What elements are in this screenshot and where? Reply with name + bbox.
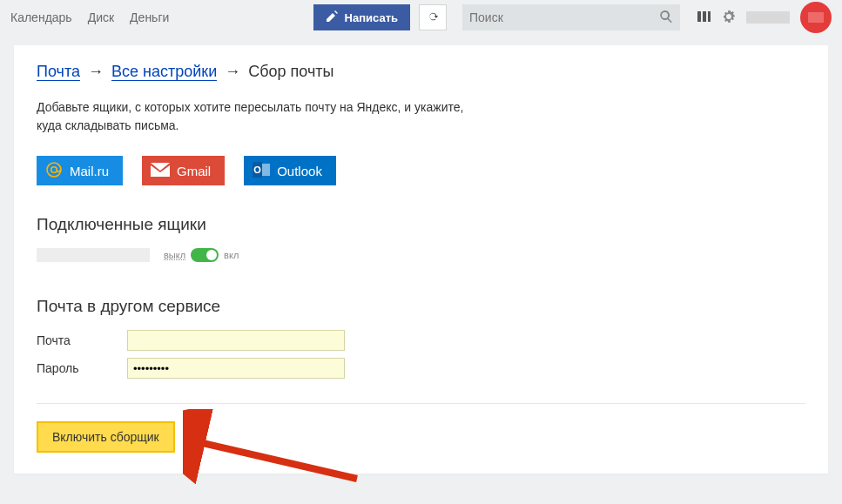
top-nav: Календарь Диск Деньги <box>10 10 169 24</box>
toggle-on-label: вкл <box>224 250 239 260</box>
compose-icon <box>326 10 338 25</box>
avatar[interactable] <box>800 2 832 33</box>
email-field[interactable] <box>127 330 345 351</box>
svg-rect-2 <box>151 163 170 177</box>
email-label: Почта <box>37 333 127 347</box>
provider-buttons: Mail.ru Gmail O Outlook <box>37 156 805 185</box>
refresh-icon <box>427 10 439 25</box>
form-row-password: Пароль <box>37 358 805 379</box>
right-icons <box>696 2 832 33</box>
other-service-title: Почта в другом сервисе <box>37 297 805 316</box>
gmail-icon <box>151 163 170 179</box>
gmail-label: Gmail <box>177 164 211 178</box>
themes-icon[interactable] <box>696 10 711 26</box>
toggle-switch[interactable] <box>191 248 219 262</box>
description-text: Добавьте ящики, с которых хотите пересыл… <box>37 98 805 135</box>
toggle-wrap: выкл вкл <box>164 248 239 262</box>
enable-collector-button[interactable]: Включить сборщик <box>37 421 175 453</box>
mailbox-address <box>37 248 150 262</box>
mailru-icon <box>45 161 63 181</box>
search-box <box>462 4 680 30</box>
gmail-button[interactable]: Gmail <box>142 156 225 185</box>
mailru-label: Mail.ru <box>70 164 109 178</box>
svg-point-1 <box>51 166 57 172</box>
search-input[interactable] <box>469 10 659 24</box>
gear-icon[interactable] <box>722 10 736 26</box>
password-field[interactable] <box>127 358 345 379</box>
svg-text:O: O <box>253 165 261 175</box>
nav-money[interactable]: Деньги <box>130 10 169 24</box>
breadcrumb-arrow: → <box>88 63 104 80</box>
refresh-button[interactable] <box>419 4 447 30</box>
avatar-icon <box>808 12 824 23</box>
breadcrumb-settings[interactable]: Все настройки <box>111 63 217 81</box>
connected-mailbox-row: выкл вкл <box>37 248 805 262</box>
breadcrumb-current: Сбор почты <box>248 63 333 80</box>
password-label: Пароль <box>37 361 127 375</box>
outlook-button[interactable]: O Outlook <box>244 156 336 185</box>
form-row-email: Почта <box>37 330 805 351</box>
compose-label: Написать <box>345 11 398 24</box>
toggle-off-label[interactable]: выкл <box>164 250 185 260</box>
username-placeholder <box>746 11 790 24</box>
compose-button[interactable]: Написать <box>313 4 410 30</box>
svg-point-0 <box>47 163 61 177</box>
connected-title: Подключенные ящики <box>37 215 805 234</box>
breadcrumb-mail[interactable]: Почта <box>37 63 80 81</box>
main-card: Почта → Все настройки → Сбор почты Добав… <box>14 45 828 474</box>
nav-calendar[interactable]: Календарь <box>10 10 72 24</box>
outlook-icon: O <box>253 162 270 180</box>
breadcrumb-arrow: → <box>225 63 240 80</box>
search-icon[interactable] <box>659 10 673 26</box>
nav-disk[interactable]: Диск <box>88 10 114 24</box>
outlook-label: Outlook <box>277 164 322 178</box>
topbar: Календарь Диск Деньги Написать <box>0 0 842 35</box>
divider <box>37 403 805 404</box>
breadcrumb: Почта → Все настройки → Сбор почты <box>37 63 805 81</box>
mailru-button[interactable]: Mail.ru <box>37 156 123 185</box>
